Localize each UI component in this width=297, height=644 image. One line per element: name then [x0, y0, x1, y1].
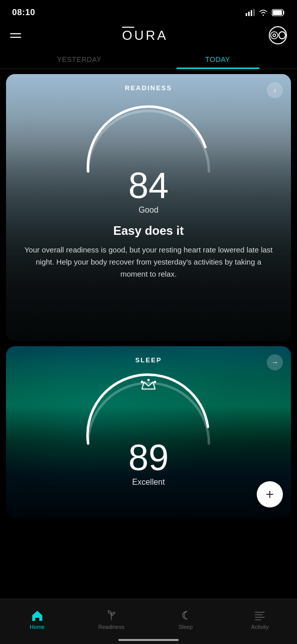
profile-button[interactable]	[269, 26, 287, 44]
header: OURA	[0, 22, 297, 50]
nav-activity-label: Activity	[251, 624, 269, 630]
svg-marker-9	[142, 382, 155, 389]
home-icon	[31, 609, 44, 622]
tab-yesterday[interactable]: YESTERDAY	[10, 50, 148, 69]
readiness-gauge-svg	[78, 97, 219, 177]
sleep-overlay: → SLEEP	[6, 346, 291, 518]
bottom-nav: Home Readiness Sleep	[0, 599, 297, 644]
home-indicator	[118, 639, 179, 641]
readiness-arrow[interactable]: ›	[267, 82, 283, 98]
nav-home[interactable]: Home	[0, 599, 75, 634]
readiness-description: Your overall readiness is good, but your…	[16, 244, 281, 280]
main-content[interactable]: › READINESS 84 Good Easy does it Your ov…	[0, 69, 297, 593]
sleep-card: → SLEEP	[6, 346, 291, 518]
svg-rect-3	[253, 9, 255, 16]
nav-readiness-label: Readiness	[98, 624, 124, 630]
svg-point-12	[147, 379, 150, 381]
svg-point-7	[271, 32, 278, 39]
sleep-label: SLEEP	[135, 356, 162, 364]
status-bar: 08:10	[0, 0, 297, 22]
status-icons	[246, 9, 285, 16]
readiness-title: Easy does it	[113, 224, 184, 238]
sleep-gauge	[78, 369, 219, 449]
status-time: 08:10	[12, 8, 35, 18]
sleep-nav-icon	[179, 609, 192, 622]
tab-today[interactable]: TODAY	[148, 50, 287, 69]
add-button[interactable]: +	[257, 481, 283, 507]
signal-icon	[246, 9, 255, 16]
svg-rect-0	[246, 13, 247, 16]
nav-activity[interactable]: Activity	[223, 599, 298, 634]
svg-rect-2	[251, 10, 252, 16]
battery-icon	[272, 9, 285, 16]
svg-point-8	[273, 34, 275, 36]
wifi-icon	[259, 9, 268, 16]
readiness-nav-icon	[105, 609, 118, 622]
activity-nav-icon	[253, 609, 266, 622]
readiness-card: › READINESS 84 Good Easy does it Your ov…	[6, 74, 291, 341]
crown-icon	[141, 379, 156, 390]
nav-home-label: Home	[30, 624, 44, 630]
readiness-label: READINESS	[125, 84, 172, 92]
sleep-score-description: Excellent	[128, 478, 169, 487]
sleep-arrow[interactable]: →	[267, 354, 283, 370]
svg-point-4	[263, 15, 264, 16]
menu-button[interactable]	[10, 33, 21, 38]
readiness-score-description: Good	[128, 206, 169, 215]
svg-rect-6	[273, 10, 282, 15]
svg-rect-1	[248, 12, 250, 16]
nav-readiness[interactable]: Readiness	[75, 599, 149, 634]
svg-point-11	[141, 381, 143, 383]
readiness-overlay: › READINESS 84 Good Easy does it Your ov…	[6, 74, 291, 341]
tab-bar: YESTERDAY TODAY	[0, 50, 297, 69]
svg-point-13	[154, 381, 157, 383]
app-logo: OURA	[122, 28, 168, 43]
readiness-gauge	[78, 97, 219, 177]
nav-sleep-label: Sleep	[179, 624, 193, 630]
nav-sleep[interactable]: Sleep	[148, 599, 223, 634]
